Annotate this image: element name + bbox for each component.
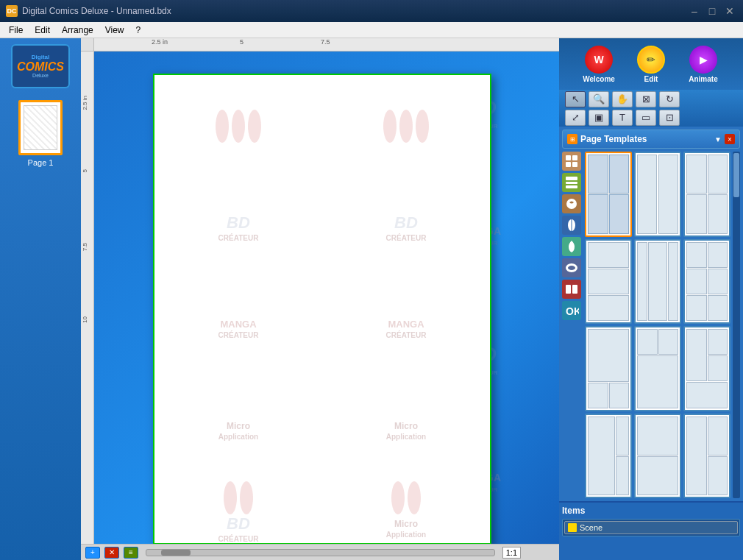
scene-icon <box>568 523 577 532</box>
tool-row-1: ↖ 🔍 ✋ ⊠ ↻ <box>565 91 737 107</box>
page-thumbnail-container: Page 1 <box>18 100 63 167</box>
strip-icon-2[interactable] <box>562 173 581 192</box>
template-item-9[interactable] <box>683 326 730 411</box>
page-settings-button[interactable]: ≡ <box>124 547 138 559</box>
svg-rect-13 <box>572 285 577 294</box>
tool-row-2: ⤢ ▣ T ▭ ⊡ <box>565 110 737 126</box>
page-document[interactable]: BDCRÉATEUR BDCRÉATEUR MANGACRÉATEUR MANG… <box>153 74 491 544</box>
template-item-6[interactable] <box>683 239 730 325</box>
items-panel: Items Scene <box>559 501 743 560</box>
svg-rect-3 <box>572 162 577 167</box>
template-item-5[interactable] <box>634 239 681 325</box>
strip-icon-5[interactable] <box>562 237 581 256</box>
svg-point-11 <box>568 266 575 270</box>
template-item-2[interactable] <box>634 152 681 237</box>
title-bar: DC Digital Comics Deluxe - Unnamed.bdx –… <box>0 0 743 22</box>
text-tool[interactable]: T <box>612 110 633 126</box>
rotate-tool[interactable]: ↻ <box>659 91 680 107</box>
template-item-4[interactable] <box>585 239 632 325</box>
welcome-label: Welcome <box>583 75 615 83</box>
panel-top-icons: W Welcome ✏ Edit ▶ Animate <box>559 38 743 90</box>
page-thumb-inner <box>24 105 57 150</box>
zoom-indicator: 1:1 <box>502 547 521 559</box>
strip-icon-6[interactable] <box>562 258 581 277</box>
templates-dropdown-arrow[interactable]: ▼ <box>714 135 722 143</box>
ruler-left: 2.5 in 5 7.5 10 <box>81 52 94 544</box>
add-page-button[interactable]: + <box>85 547 100 559</box>
ruler-top: 2.5 in 5 7.5 <box>94 38 559 52</box>
templates-close-button[interactable]: × <box>725 134 735 144</box>
menu-help[interactable]: ? <box>130 24 147 37</box>
ruler-top-content: 2.5 in 5 7.5 <box>107 38 559 51</box>
menu-view[interactable]: View <box>99 24 130 37</box>
minimize-button[interactable]: – <box>687 5 702 17</box>
strip-icon-7[interactable] <box>562 280 581 299</box>
items-row-scene[interactable]: Scene <box>564 521 738 534</box>
svg-point-7 <box>566 199 577 209</box>
welcome-icon: W <box>585 46 613 74</box>
templates-panel: ⊞ Page Templates ▼ × <box>559 127 743 501</box>
edit-button[interactable]: ✏ Edit <box>628 44 675 85</box>
strip-icon-4[interactable] <box>562 216 581 235</box>
animate-button[interactable]: ▶ Animate <box>680 44 728 85</box>
resize-tool[interactable]: ⤢ <box>565 110 586 126</box>
animate-label: Animate <box>689 75 717 83</box>
app-logo: Digital COMICS Deluxe <box>11 44 70 88</box>
template-item-3[interactable] <box>683 152 730 237</box>
edit-icon: ✏ <box>637 46 665 74</box>
templates-icon-strip: OK <box>562 152 583 498</box>
edit-label: Edit <box>644 75 658 83</box>
template-item-12[interactable] <box>683 414 730 499</box>
template-item-8[interactable] <box>634 326 681 411</box>
lasso-tool[interactable]: ⊡ <box>659 110 680 126</box>
scene-label: Scene <box>580 523 602 532</box>
svg-rect-1 <box>572 155 577 160</box>
close-button[interactable]: ✕ <box>722 5 737 17</box>
scroll-thumb <box>161 550 191 556</box>
template-item-7[interactable] <box>585 326 632 411</box>
strip-icon-8[interactable]: OK <box>562 301 581 320</box>
svg-rect-2 <box>566 162 571 167</box>
page-thumbnail[interactable] <box>18 100 63 155</box>
items-list: Scene <box>562 519 740 536</box>
app-body: Digital COMICS Deluxe Page 1 2.5 in 5 <box>0 38 743 560</box>
app-icon: DC <box>6 5 18 17</box>
template-item-10[interactable] <box>585 414 632 499</box>
svg-rect-4 <box>566 177 577 180</box>
svg-text:OK: OK <box>566 305 579 317</box>
crop-tool[interactable]: ⊠ <box>636 91 656 107</box>
canvas-area[interactable]: 2.5 in 5 7.5 2.5 in 5 7.5 10 <box>81 38 559 560</box>
horizontal-scrollbar[interactable] <box>146 549 495 556</box>
window-title: Digital Comics Deluxe - Unnamed.bdx <box>22 6 171 16</box>
right-panel: W Welcome ✏ Edit ▶ Animate ↖ 🔍 <box>559 38 743 560</box>
select-box-tool[interactable]: ▣ <box>589 110 609 126</box>
template-item-11[interactable] <box>634 414 681 499</box>
page-doc-watermark: BDCRÉATEUR BDCRÉATEUR MANGACRÉATEUR MANG… <box>154 75 490 543</box>
menu-arrange[interactable]: Arrange <box>56 24 99 37</box>
zoom-tool[interactable]: 🔍 <box>589 91 609 107</box>
cursor-tool[interactable]: ↖ <box>565 91 586 107</box>
menu-edit[interactable]: Edit <box>29 24 56 37</box>
maximize-button[interactable]: □ <box>705 5 719 17</box>
templates-scrollbar[interactable] <box>733 152 740 498</box>
shape-tool[interactable]: ▭ <box>636 110 656 126</box>
menu-file[interactable]: File <box>3 24 29 37</box>
templates-content: OK <box>562 152 740 498</box>
delete-page-button[interactable]: ✕ <box>104 547 119 559</box>
template-item-1[interactable] <box>585 152 632 237</box>
canvas-row: 2.5 in 5 7.5 10 BDCRÉATEUR BDCRÉATEUR MA… <box>81 52 559 544</box>
strip-icon-1[interactable] <box>562 152 581 171</box>
strip-icon-3[interactable] <box>562 194 581 213</box>
tool-bar: ↖ 🔍 ✋ ⊠ ↻ ⤢ ▣ T ▭ ⊡ <box>559 90 743 127</box>
window-controls: – □ ✕ <box>687 5 737 17</box>
hand-tool[interactable]: ✋ <box>612 91 633 107</box>
svg-rect-5 <box>566 182 577 184</box>
ruler-corner <box>81 38 94 52</box>
scrollbar-thumb <box>733 153 739 197</box>
templates-header-icon: ⊞ <box>567 134 577 144</box>
canvas-viewport[interactable]: BDCRÉATEUR BDCRÉATEUR MANGACRÉATEUR MANG… <box>94 52 559 544</box>
welcome-button[interactable]: W Welcome <box>575 44 623 85</box>
templates-grid <box>585 152 730 498</box>
page-label: Page 1 <box>28 158 54 167</box>
items-header: Items <box>562 506 740 516</box>
